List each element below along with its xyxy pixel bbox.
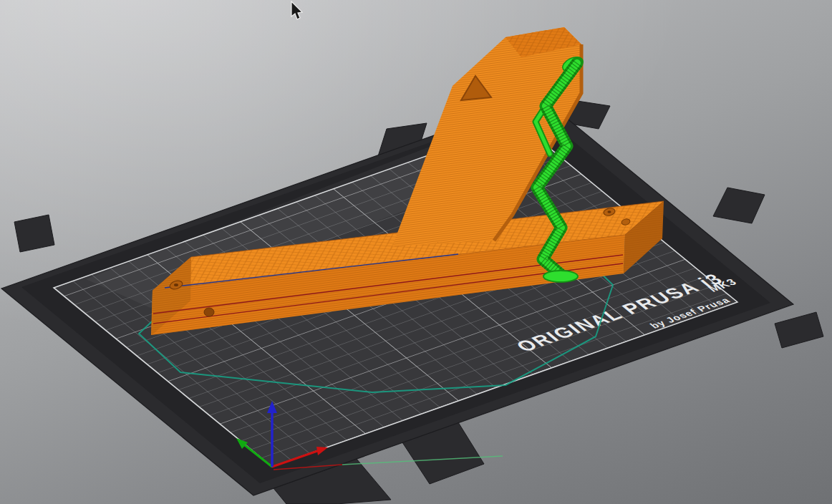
- support-base-pad: [543, 271, 578, 282]
- sheet-tab: [775, 312, 823, 348]
- viewport-3d[interactable]: ORIGINAL PRUSA i3 MK3 by Josef Prusa: [0, 0, 832, 504]
- screw-hole: [607, 210, 611, 213]
- sheet-tab: [713, 188, 765, 223]
- screw-hole: [204, 308, 214, 316]
- screw-hole: [174, 284, 178, 286]
- sheet-tab: [14, 215, 54, 252]
- arrow-pointer-icon: [291, 1, 302, 19]
